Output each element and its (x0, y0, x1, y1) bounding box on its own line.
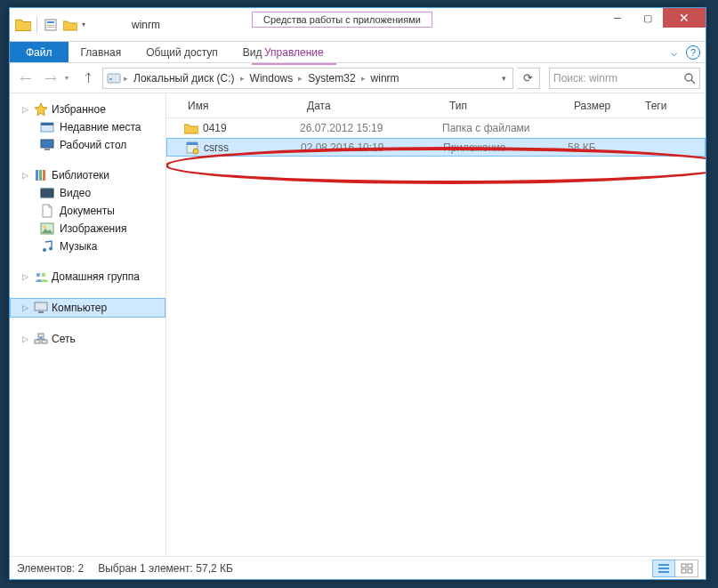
sidebar-head-homegroup[interactable]: ▷ Домашняя группа (10, 268, 165, 286)
history-dropdown-icon[interactable]: ▾ (65, 74, 76, 82)
ribbon-collapse-icon[interactable]: ⌵ (671, 46, 677, 59)
sidebar-head-network[interactable]: ▷ Сеть (10, 330, 165, 348)
svg-point-16 (44, 226, 46, 229)
tab-share[interactable]: Общий доступ (133, 42, 230, 62)
svg-rect-10 (44, 149, 50, 150)
list-item[interactable]: csrss 02.08.2016 10:19 Приложение 58 КБ (166, 138, 706, 157)
sidebar-item-label: Рабочий стол (60, 139, 126, 151)
chevron-right-icon[interactable]: ▸ (360, 74, 367, 83)
address-dropdown-icon[interactable]: ▾ (496, 74, 511, 83)
column-name[interactable]: Имя (166, 100, 300, 112)
picture-icon (40, 222, 54, 236)
details-view-button[interactable] (652, 560, 675, 577)
file-tab[interactable]: Файл (10, 42, 69, 62)
sidebar-item-recent[interactable]: Недавние места (10, 118, 165, 136)
chevron-right-icon[interactable]: ▸ (297, 74, 303, 83)
contextual-subtab[interactable]: Управление (252, 42, 336, 63)
column-headers: Имя Дата Тип Размер Теги (166, 93, 706, 118)
contextual-tab-group: Средства работы с приложениями (252, 8, 432, 28)
sidebar-item-label: Изображения (60, 222, 126, 235)
address-bar[interactable]: ▸ Локальный диск (C:) ▸ Windows ▸ System… (102, 68, 513, 89)
help-icon[interactable]: ? (686, 45, 700, 60)
search-placeholder: Поиск: winrm (553, 72, 617, 85)
svg-rect-12 (39, 170, 42, 181)
list-item[interactable]: 0419 26.07.2012 15:19 Папка с файлами (166, 118, 706, 138)
sidebar-item-pictures[interactable]: Изображения (10, 220, 165, 238)
breadcrumb-segment[interactable]: winrm (367, 72, 404, 85)
sidebar-item-music[interactable]: Музыка (10, 238, 165, 255)
qat-dropdown-icon[interactable]: ▾ (82, 21, 91, 28)
svg-point-18 (49, 247, 52, 251)
svg-point-28 (193, 149, 198, 154)
svg-rect-5 (109, 78, 112, 80)
svg-point-17 (43, 248, 46, 252)
sidebar-item-label: Документы (60, 205, 115, 217)
chevron-right-icon[interactable]: ▸ (239, 74, 246, 83)
forward-button[interactable]: 🡒 (40, 68, 61, 89)
chevron-right-icon: ▷ (22, 171, 30, 180)
contextual-subtab-label: Управление (252, 42, 336, 65)
navbar: 🡐 🡒 ▾ 🡑 ▸ Локальный диск (C:) ▸ Windows … (10, 63, 706, 93)
new-folder-icon[interactable] (62, 18, 78, 32)
file-type: Папка с файлами (442, 122, 567, 134)
minimize-button[interactable]: ─ (602, 8, 633, 28)
svg-rect-21 (35, 302, 47, 310)
svg-point-19 (36, 273, 40, 277)
column-date[interactable]: Дата (300, 100, 442, 112)
refresh-button[interactable]: ⟳ (517, 68, 540, 89)
sidebar-head-favorites[interactable]: ▷ Избранное (10, 101, 165, 118)
sidebar-item-label: Музыка (60, 240, 97, 253)
up-button[interactable]: 🡑 (79, 68, 99, 88)
svg-rect-32 (688, 569, 692, 573)
sidebar: ▷ Избранное Недавние места Ра (10, 93, 166, 556)
svg-rect-31 (682, 569, 686, 573)
sidebar-item-videos[interactable]: Видео (10, 184, 165, 202)
body: ▷ Избранное Недавние места Ра (10, 93, 706, 556)
svg-rect-13 (43, 170, 45, 181)
column-tags[interactable]: Теги (638, 100, 706, 112)
column-type[interactable]: Тип (442, 100, 567, 112)
sidebar-group-computer: ▷ Компьютер (10, 298, 165, 318)
icons-view-button[interactable] (675, 560, 698, 577)
search-input[interactable]: Поиск: winrm (549, 68, 700, 89)
close-button[interactable]: ✕ (663, 8, 706, 28)
tab-home[interactable]: Главная (69, 42, 134, 62)
file-size: 58 КБ (568, 141, 639, 154)
file-date: 02.08.2016 10:19 (301, 141, 443, 154)
sidebar-item-desktop[interactable]: Рабочий стол (10, 136, 165, 154)
contextual-tab-label: Средства работы с приложениями (252, 12, 432, 28)
maximize-button[interactable]: ▢ (633, 8, 663, 28)
sidebar-group-favorites: ▷ Избранное Недавние места Ра (10, 101, 165, 154)
svg-rect-29 (682, 564, 686, 568)
sidebar-label: Библиотеки (52, 169, 109, 181)
sidebar-item-documents[interactable]: Документы (10, 202, 165, 220)
chevron-right-icon: ▷ (22, 303, 30, 312)
ribbon-controls: ⌵ ? (671, 42, 700, 63)
content-pane: Имя Дата Тип Размер Теги 0419 26.07.2012… (166, 93, 706, 556)
svg-rect-3 (47, 27, 54, 28)
chevron-right-icon[interactable]: ▸ (123, 74, 129, 83)
recent-icon (40, 120, 54, 134)
properties-icon[interactable] (43, 18, 59, 32)
search-icon (683, 72, 696, 85)
file-date: 26.07.2012 15:19 (300, 122, 442, 134)
exe-icon (185, 141, 199, 155)
breadcrumb-segment[interactable]: Windows (246, 72, 298, 85)
back-button[interactable]: 🡐 (15, 68, 36, 89)
svg-rect-27 (187, 142, 198, 145)
file-list: 0419 26.07.2012 15:19 Папка с файлами cs… (166, 118, 706, 157)
breadcrumb-segment[interactable]: Локальный диск (C:) (129, 72, 239, 85)
network-icon (34, 332, 48, 346)
quick-access-toolbar: ▾ (10, 8, 96, 41)
column-size[interactable]: Размер (567, 100, 638, 112)
sidebar-label: Домашняя группа (52, 270, 140, 283)
breadcrumb-segment[interactable]: System32 (303, 72, 359, 85)
folder-icon (15, 18, 31, 32)
svg-rect-11 (36, 170, 38, 181)
sidebar-head-computer[interactable]: ▷ Компьютер (10, 298, 165, 318)
sidebar-label: Избранное (52, 103, 106, 116)
file-name: csrss (204, 141, 229, 154)
star-icon (34, 102, 48, 117)
sidebar-head-libraries[interactable]: ▷ Библиотеки (10, 166, 165, 184)
window-title: winrm (132, 8, 160, 41)
